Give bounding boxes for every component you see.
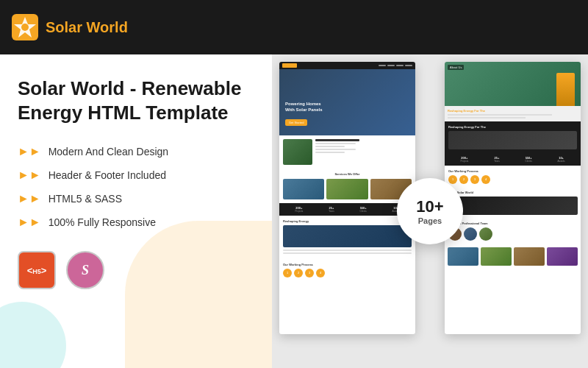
mock-nav-logo xyxy=(282,63,297,68)
arrow-icon-3: ►► xyxy=(18,192,41,205)
mock-reshaping-title: Reshaping Energy For The xyxy=(448,109,578,113)
mock-nav-link xyxy=(405,65,412,66)
feature-label-3: HTML5 & SASS xyxy=(49,193,122,205)
mock-working-dots: 1 2 3 4 xyxy=(283,269,412,277)
feature-label-1: Modern And Clean Design xyxy=(49,146,168,158)
mock-stat-label: Years xyxy=(329,210,334,213)
product-title: Solar World - Renewable Energy HTML Temp… xyxy=(18,77,254,124)
feature-label-2: Header & Footer Included xyxy=(49,169,166,181)
mock-service-mini xyxy=(448,247,478,266)
preview-right: About Us Reshaping Energy For The Reshap… xyxy=(445,62,581,334)
logo-text: Solar World xyxy=(46,19,128,36)
left-panel: Solar World - Renewable Energy HTML Temp… xyxy=(0,54,272,368)
mock-section-img xyxy=(283,225,412,247)
mock-working-dots-right: 1 2 3 4 xyxy=(448,175,577,184)
pages-count: 10+ xyxy=(416,197,443,216)
mock-service-card xyxy=(283,179,324,199)
mock-stat-label: Projects xyxy=(295,210,303,213)
preview-left: Powering HomesWith Solar Panels Get Star… xyxy=(279,62,415,334)
mock-person-figure xyxy=(556,73,575,106)
mock-img-top: About Us xyxy=(445,62,581,106)
arrow-icon-1: ►► xyxy=(18,145,41,158)
list-item: ►► HTML5 & SASS xyxy=(18,192,254,205)
mock-dot: 2 xyxy=(294,269,303,277)
mock-working-title: Our Working Process xyxy=(283,263,412,266)
header: Solar World xyxy=(0,0,588,54)
mock-hero-text: Powering HomesWith Solar Panels Get Star… xyxy=(285,102,323,127)
logo-text-first: Solar xyxy=(46,19,82,35)
mock-dot: 1 xyxy=(448,175,457,184)
mock-services: Services We Offer xyxy=(279,169,415,203)
mock-about-title xyxy=(315,139,359,141)
mock-services-row-bottom xyxy=(445,244,581,269)
mock-navbar xyxy=(279,62,415,69)
mock-services-grid xyxy=(283,179,412,199)
logo-text-second: World xyxy=(82,19,128,35)
mock-about xyxy=(279,135,415,169)
mock-about-text xyxy=(315,139,359,165)
mock-section: Reshaping Energy xyxy=(279,216,415,259)
mock-reshaping: Reshaping Energy For The xyxy=(445,106,581,121)
mock-stat: 550+ Clients xyxy=(360,206,367,213)
mock-dark-section: Reshaping Energy For The xyxy=(445,121,581,153)
mock-team-title: We Are A Professional Team xyxy=(448,222,577,225)
mock-stat: 200+ Projects xyxy=(460,156,468,163)
mock-avatar xyxy=(464,227,477,241)
list-item: ►► Header & Footer Included xyxy=(18,169,254,182)
mock-section-title: Reshaping Energy xyxy=(283,219,412,223)
mock-stat: 25+ Years xyxy=(329,206,334,213)
mock-stat-label: Awards xyxy=(558,160,565,163)
mock-stats-row: 200+ Projects 25+ Years 550+ Clients 10+… xyxy=(445,153,581,166)
mock-dot: 4 xyxy=(481,175,490,184)
logo-icon xyxy=(12,14,38,40)
mock-stat-label: Clients xyxy=(526,160,532,163)
mock-dark-img xyxy=(448,131,577,149)
feature-label-4: 100% Fully Responsive xyxy=(49,216,156,228)
features-list: ►► Modern And Clean Design ►► Header & F… xyxy=(18,145,254,229)
mock-line xyxy=(283,250,412,251)
html5-badge: <H5> xyxy=(18,251,56,289)
sass-badge: S xyxy=(66,251,104,289)
mock-dot: 3 xyxy=(305,269,314,277)
mock-team: We Are A Professional Team xyxy=(445,218,581,244)
mock-stat-label: Clients xyxy=(360,210,367,213)
mock-hero: Powering HomesWith Solar Panels Get Star… xyxy=(279,69,415,135)
pages-badge: 10+ Pages xyxy=(397,178,463,244)
deco-circle xyxy=(0,302,66,368)
mock-service-mini xyxy=(481,247,512,266)
mock-services-title: Services We Offer xyxy=(283,172,412,176)
preview-container: Powering HomesWith Solar Panels Get Star… xyxy=(272,54,588,368)
list-item: ►► Modern And Clean Design xyxy=(18,145,254,158)
mock-dot: 2 xyxy=(459,175,468,184)
mock-dot: 1 xyxy=(283,269,292,277)
mock-about-solar-title: About Solar World xyxy=(448,191,578,194)
arrow-icon-2: ►► xyxy=(18,169,41,182)
pages-label: Pages xyxy=(418,216,442,225)
mock-about-line xyxy=(315,149,356,150)
mock-stat: 25+ Years xyxy=(494,156,500,163)
mock-working-right: Our Working Process 1 2 3 4 xyxy=(445,166,581,188)
mock-about-solar-img xyxy=(448,197,578,215)
mock-hero-btn: Get Started xyxy=(285,119,307,126)
mock-dot: 3 xyxy=(470,175,479,184)
orange-curve-deco xyxy=(125,221,272,368)
mock-working-title-right: Our Working Process xyxy=(448,169,577,173)
mock-avatar xyxy=(479,227,492,241)
mock-lines xyxy=(283,250,412,254)
mock-reshaping-line xyxy=(448,117,526,118)
mock-service-card xyxy=(326,179,368,199)
mock-nav-link xyxy=(387,65,395,66)
html5-label: <H5> xyxy=(27,265,47,276)
svg-point-2 xyxy=(21,24,29,31)
mock-avatars xyxy=(448,227,577,241)
mock-stats: 200+ Projects 25+ Years 550+ Clients 10+… xyxy=(279,203,415,216)
mock-reshaping-line xyxy=(448,114,552,116)
mock-about-solar: About Solar World xyxy=(445,188,581,218)
mock-about-line xyxy=(315,143,356,144)
right-panel: Powering HomesWith Solar Panels Get Star… xyxy=(272,54,588,368)
mock-dot: 4 xyxy=(316,269,325,277)
mock-nav-link xyxy=(396,65,404,66)
mock-service-mini xyxy=(547,247,578,266)
mock-about-badge: About Us xyxy=(448,65,464,70)
mock-stat-label: Years xyxy=(494,160,500,163)
